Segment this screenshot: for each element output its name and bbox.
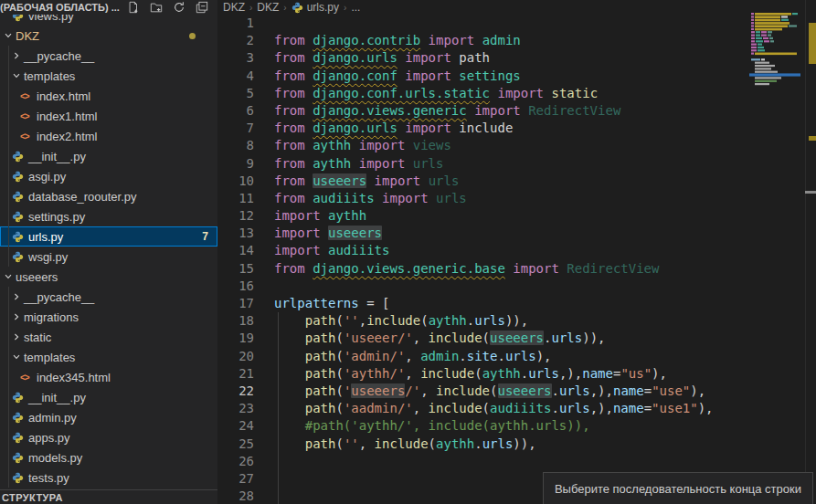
code-line-17[interactable]: 17urlpatterns = [ xyxy=(217,295,747,312)
python-icon xyxy=(12,191,24,203)
code-line-22[interactable]: 22 path('useeers/', include(useeers.urls… xyxy=(217,383,747,400)
code-area[interactable]: 12from django.contrib import admin3from … xyxy=(217,15,747,504)
code-line-23[interactable]: 23 path('aadmin/', include(audiiits.urls… xyxy=(217,400,747,417)
tree-item-label: admin.py xyxy=(28,411,77,425)
code-line-3[interactable]: 3from django.urls import path xyxy=(217,49,747,67)
tree-item-index2-html[interactable]: <>index2.html xyxy=(0,126,217,146)
line-content: from django.conf.urls.static import stat… xyxy=(274,85,598,102)
code-token: urls xyxy=(505,349,536,363)
tree-item-index345-html[interactable]: <>index345.html xyxy=(0,367,217,387)
code-line-10[interactable]: 10from useeers import urls xyxy=(217,173,747,190)
code-line-7[interactable]: 7from django.urls import include xyxy=(217,120,747,137)
line-number: 11 xyxy=(217,190,254,207)
code-line-21[interactable]: 21 path('aythh/', include(aythh.urls,),n… xyxy=(217,365,747,383)
code-token xyxy=(274,313,305,328)
tree-item-admin-py[interactable]: admin.py xyxy=(0,407,217,427)
breadcrumb-item[interactable]: DKZ xyxy=(257,1,279,14)
collapse-all-icon[interactable] xyxy=(196,1,208,14)
tree-item-dkz[interactable]: DKZ xyxy=(0,26,217,46)
new-file-icon[interactable] xyxy=(127,1,140,14)
code-line-24[interactable]: 24 #path('aythh/', include(aythh.urls)), xyxy=(217,417,747,435)
breadcrumb-label: DKZ xyxy=(223,1,245,14)
code-line-13[interactable]: 13import useeers xyxy=(217,225,747,242)
code-token: path xyxy=(305,349,336,363)
code-line-4[interactable]: 4from django.conf import settings xyxy=(217,68,747,85)
outline-section-header[interactable]: СТРУКТУРА xyxy=(0,489,217,504)
code-line-20[interactable]: 20 path('admin/', admin.site.urls), xyxy=(217,348,747,365)
tree-item-label: index.html xyxy=(37,89,90,103)
html-icon: <> xyxy=(20,131,29,142)
code-token: ( xyxy=(420,313,428,328)
chevron-down-icon xyxy=(12,71,21,80)
code-line-15[interactable]: 15from django.views.generic.base import … xyxy=(217,260,747,278)
code-line-14[interactable]: 14import audiiits xyxy=(217,242,747,259)
tree-item-static[interactable]: static xyxy=(0,327,217,347)
code-token: "use" xyxy=(652,383,690,398)
tree-item-label: tests.py xyxy=(28,471,69,485)
tree-item-templates[interactable]: templates xyxy=(0,66,217,86)
refresh-icon[interactable] xyxy=(173,1,185,14)
code-line-5[interactable]: 5from django.conf.urls.static import sta… xyxy=(217,85,747,102)
code-line-2[interactable]: 2from django.contrib import admin xyxy=(217,32,747,49)
breadcrumb-item[interactable]: urls.py xyxy=(291,1,339,14)
breadcrumb-item[interactable]: ... xyxy=(351,1,360,14)
python-icon xyxy=(12,452,24,464)
tree-item-tests-py[interactable]: tests.py xyxy=(0,467,217,488)
breadcrumb-item[interactable]: DKZ xyxy=(223,1,245,14)
tree-item-asgi-py[interactable]: asgi.py xyxy=(0,166,217,186)
code-line-18[interactable]: 18 path('',include(aythh.urls)), xyxy=(217,312,747,330)
code-token: static xyxy=(551,86,598,100)
code-token: , xyxy=(405,366,420,381)
line-number: 21 xyxy=(217,365,254,383)
tree-item-urls-py[interactable]: urls.py7 xyxy=(0,226,217,247)
code-token: ( xyxy=(335,331,343,345)
tree-item-apps-py[interactable]: apps.py xyxy=(0,427,217,447)
tree-item-index-html[interactable]: <>index.html xyxy=(0,86,217,106)
tree-item--pycache-[interactable]: __pycache__ xyxy=(0,287,217,307)
tree-item-index1-html[interactable]: <>index1.html xyxy=(0,106,217,126)
code-line-9[interactable]: 9from aythh import urls xyxy=(217,155,747,173)
code-line-16[interactable]: 16 xyxy=(217,278,747,295)
line-number: 12 xyxy=(217,207,254,225)
code-line-12[interactable]: 12import aythh xyxy=(217,207,747,225)
new-folder-icon[interactable] xyxy=(150,1,163,14)
line-content: urlpatterns = [ xyxy=(274,295,389,312)
code-token: from xyxy=(274,138,305,152)
code-token: . xyxy=(467,313,474,328)
code-line-8[interactable]: 8from aythh import views xyxy=(217,137,747,154)
code-token xyxy=(474,33,482,47)
tree-item-migrations[interactable]: migrations xyxy=(0,307,217,327)
code-token xyxy=(429,191,436,205)
line-content: from useeers import urls xyxy=(274,173,459,190)
code-token: views xyxy=(413,138,451,152)
line-number: 17 xyxy=(217,295,254,312)
code-token: django.conf.urls.static xyxy=(313,86,490,100)
tree-item-label: urls.py xyxy=(28,230,63,244)
python-icon xyxy=(291,2,303,14)
code-line-25[interactable]: 25 path('', include(aythh.urls)), xyxy=(217,436,747,453)
tree-item--init-py[interactable]: __init__.py xyxy=(0,387,217,407)
code-line-19[interactable]: 19 path('useeer/', include(useeers.urls)… xyxy=(217,330,747,347)
code-token: audiiits xyxy=(490,401,551,415)
line-number: 4 xyxy=(217,68,254,85)
code-line-26[interactable]: 26 xyxy=(217,453,747,470)
code-line-6[interactable]: 6from django.views.generic import Redire… xyxy=(217,102,747,120)
explorer-section-header[interactable]: (РАБОЧАЯ ОБЛАСТЬ) ... xyxy=(0,0,217,15)
tree-item-templates[interactable]: templates xyxy=(0,347,217,367)
tree-item--init-py[interactable]: __init__.py xyxy=(0,146,217,166)
code-token: ), xyxy=(536,349,552,363)
tree-item-useeers[interactable]: useeers xyxy=(0,267,217,287)
tree-item-database-roouter-py[interactable]: database_roouter.py xyxy=(0,186,217,206)
code-line-1[interactable]: 1 xyxy=(217,15,747,32)
minimap[interactable] xyxy=(749,12,802,96)
tree-item--pycache-[interactable]: __pycache__ xyxy=(0,46,217,66)
tree-item-settings-py[interactable]: settings.py xyxy=(0,206,217,226)
overview-ruler xyxy=(807,0,816,504)
code-token: RedirectView xyxy=(528,103,620,118)
code-line-11[interactable]: 11from audiiits import urls xyxy=(217,190,747,207)
tree-indent-guide xyxy=(8,287,9,488)
code-token: urls xyxy=(559,383,590,398)
code-token: from xyxy=(274,191,305,205)
tree-item-wsgi-py[interactable]: wsgi.py xyxy=(0,247,217,267)
tree-item-models-py[interactable]: models.py xyxy=(0,447,217,467)
